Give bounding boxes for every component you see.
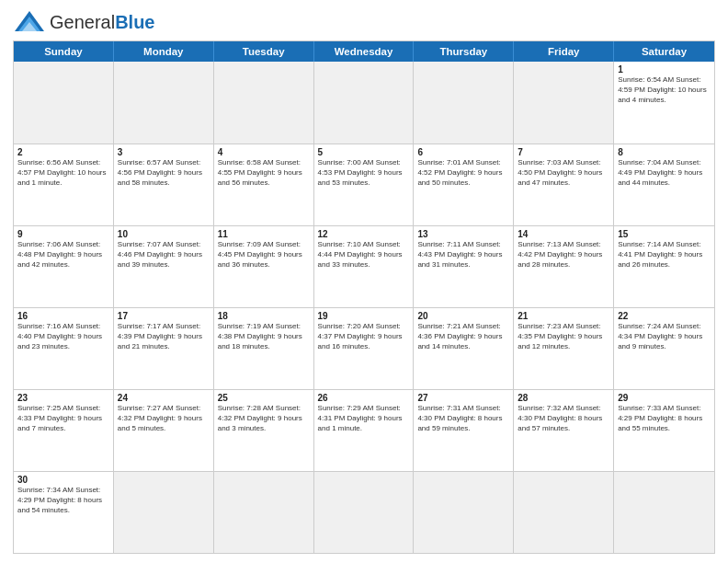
day-number: 23 [17, 393, 109, 403]
day-number: 1 [618, 64, 711, 75]
day-number: 11 [218, 229, 310, 239]
header: GeneralBlue [13, 9, 715, 35]
calendar-cell: 5Sunrise: 7:00 AM Sunset: 4:53 PM Daylig… [314, 144, 415, 225]
cell-info: Sunrise: 7:16 AM Sunset: 4:40 PM Dayligh… [17, 322, 109, 351]
cell-info: Sunrise: 7:21 AM Sunset: 4:36 PM Dayligh… [417, 322, 509, 351]
calendar-row: 30Sunrise: 7:34 AM Sunset: 4:29 PM Dayli… [14, 471, 714, 553]
cell-info: Sunrise: 7:01 AM Sunset: 4:52 PM Dayligh… [417, 158, 509, 188]
cell-info: Sunrise: 7:00 AM Sunset: 4:53 PM Dayligh… [318, 158, 410, 188]
calendar: SundayMondayTuesdayWednesdayThursdayFrid… [13, 40, 715, 554]
day-number: 9 [17, 229, 109, 239]
logo: GeneralBlue [13, 9, 155, 35]
day-number: 6 [417, 147, 509, 157]
calendar-cell: 20Sunrise: 7:21 AM Sunset: 4:36 PM Dayli… [414, 308, 514, 389]
calendar-cell: 27Sunrise: 7:31 AM Sunset: 4:30 PM Dayli… [414, 390, 514, 471]
day-number: 30 [17, 475, 109, 485]
day-number: 8 [618, 147, 711, 157]
cell-info: Sunrise: 6:54 AM Sunset: 4:59 PM Dayligh… [618, 75, 711, 105]
calendar-cell [214, 62, 314, 144]
calendar-row: 23Sunrise: 7:25 AM Sunset: 4:33 PM Dayli… [14, 389, 714, 471]
day-number: 12 [318, 229, 410, 239]
calendar-cell: 26Sunrise: 7:29 AM Sunset: 4:31 PM Dayli… [314, 390, 415, 471]
calendar-cell [514, 472, 614, 553]
cell-info: Sunrise: 7:27 AM Sunset: 4:32 PM Dayligh… [118, 404, 210, 433]
calendar-cell [514, 62, 614, 144]
calendar-cell: 9Sunrise: 7:06 AM Sunset: 4:48 PM Daylig… [14, 226, 114, 307]
calendar-cell: 21Sunrise: 7:23 AM Sunset: 4:35 PM Dayli… [514, 308, 614, 389]
cell-info: Sunrise: 7:07 AM Sunset: 4:46 PM Dayligh… [118, 240, 210, 270]
cell-info: Sunrise: 7:24 AM Sunset: 4:34 PM Dayligh… [618, 322, 711, 351]
cell-info: Sunrise: 7:23 AM Sunset: 4:35 PM Dayligh… [518, 322, 609, 351]
day-number: 26 [318, 393, 410, 403]
cell-info: Sunrise: 7:33 AM Sunset: 4:29 PM Dayligh… [618, 404, 711, 433]
calendar-cell: 18Sunrise: 7:19 AM Sunset: 4:38 PM Dayli… [214, 308, 314, 389]
calendar-cell [314, 62, 415, 144]
cell-info: Sunrise: 7:31 AM Sunset: 4:30 PM Dayligh… [417, 404, 509, 433]
calendar-cell: 7Sunrise: 7:03 AM Sunset: 4:50 PM Daylig… [514, 144, 614, 225]
cell-info: Sunrise: 7:32 AM Sunset: 4:30 PM Dayligh… [518, 404, 609, 433]
calendar-row: 16Sunrise: 7:16 AM Sunset: 4:40 PM Dayli… [14, 307, 714, 389]
calendar-row: 9Sunrise: 7:06 AM Sunset: 4:48 PM Daylig… [14, 225, 714, 307]
day-number: 21 [518, 311, 609, 321]
cell-info: Sunrise: 7:06 AM Sunset: 4:48 PM Dayligh… [17, 240, 109, 270]
calendar-body: 1Sunrise: 6:54 AM Sunset: 4:59 PM Daylig… [14, 62, 714, 553]
cell-info: Sunrise: 7:25 AM Sunset: 4:33 PM Dayligh… [17, 404, 109, 433]
calendar-cell: 28Sunrise: 7:32 AM Sunset: 4:30 PM Dayli… [514, 390, 614, 471]
day-number: 14 [518, 229, 609, 239]
calendar-cell [414, 472, 514, 553]
day-number: 7 [518, 147, 609, 157]
cell-info: Sunrise: 7:14 AM Sunset: 4:41 PM Dayligh… [618, 240, 711, 270]
day-number: 3 [118, 147, 210, 157]
calendar-cell: 15Sunrise: 7:14 AM Sunset: 4:41 PM Dayli… [614, 226, 714, 307]
cell-info: Sunrise: 7:17 AM Sunset: 4:39 PM Dayligh… [118, 322, 210, 351]
day-number: 19 [318, 311, 410, 321]
calendar-cell: 11Sunrise: 7:09 AM Sunset: 4:45 PM Dayli… [214, 226, 314, 307]
calendar-cell: 24Sunrise: 7:27 AM Sunset: 4:32 PM Dayli… [114, 390, 214, 471]
cell-info: Sunrise: 7:03 AM Sunset: 4:50 PM Dayligh… [518, 158, 609, 188]
cell-info: Sunrise: 6:57 AM Sunset: 4:56 PM Dayligh… [118, 158, 210, 188]
cell-info: Sunrise: 7:10 AM Sunset: 4:44 PM Dayligh… [318, 240, 410, 270]
calendar-cell [214, 472, 314, 553]
calendar-cell: 23Sunrise: 7:25 AM Sunset: 4:33 PM Dayli… [14, 390, 114, 471]
calendar-cell [14, 62, 114, 144]
page: GeneralBlue SundayMondayTuesdayWednesday… [0, 0, 728, 563]
day-number: 13 [417, 229, 509, 239]
calendar-cell: 16Sunrise: 7:16 AM Sunset: 4:40 PM Dayli… [14, 308, 114, 389]
header-cell-monday: Monday [114, 41, 214, 62]
calendar-cell: 12Sunrise: 7:10 AM Sunset: 4:44 PM Dayli… [314, 226, 415, 307]
calendar-cell: 1Sunrise: 6:54 AM Sunset: 4:59 PM Daylig… [614, 62, 714, 144]
calendar-cell: 25Sunrise: 7:28 AM Sunset: 4:32 PM Dayli… [214, 390, 314, 471]
cell-info: Sunrise: 7:09 AM Sunset: 4:45 PM Dayligh… [218, 240, 310, 270]
day-number: 18 [218, 311, 310, 321]
day-number: 2 [17, 147, 109, 157]
cell-info: Sunrise: 7:20 AM Sunset: 4:37 PM Dayligh… [318, 322, 410, 351]
calendar-cell: 4Sunrise: 6:58 AM Sunset: 4:55 PM Daylig… [214, 144, 314, 225]
calendar-header: SundayMondayTuesdayWednesdayThursdayFrid… [14, 41, 714, 62]
day-number: 15 [618, 229, 711, 239]
day-number: 17 [118, 311, 210, 321]
day-number: 10 [118, 229, 210, 239]
logo-text: GeneralBlue [50, 12, 155, 33]
calendar-cell: 22Sunrise: 7:24 AM Sunset: 4:34 PM Dayli… [614, 308, 714, 389]
calendar-cell: 19Sunrise: 7:20 AM Sunset: 4:37 PM Dayli… [314, 308, 415, 389]
calendar-cell: 6Sunrise: 7:01 AM Sunset: 4:52 PM Daylig… [414, 144, 514, 225]
calendar-cell: 3Sunrise: 6:57 AM Sunset: 4:56 PM Daylig… [114, 144, 214, 225]
calendar-cell [314, 472, 415, 553]
logo-icon [13, 9, 46, 35]
header-cell-sunday: Sunday [14, 41, 114, 62]
cell-info: Sunrise: 6:58 AM Sunset: 4:55 PM Dayligh… [218, 158, 310, 188]
cell-info: Sunrise: 7:19 AM Sunset: 4:38 PM Dayligh… [218, 322, 310, 351]
calendar-cell: 17Sunrise: 7:17 AM Sunset: 4:39 PM Dayli… [114, 308, 214, 389]
cell-info: Sunrise: 7:28 AM Sunset: 4:32 PM Dayligh… [218, 404, 310, 433]
day-number: 22 [618, 311, 711, 321]
calendar-cell: 10Sunrise: 7:07 AM Sunset: 4:46 PM Dayli… [114, 226, 214, 307]
day-number: 4 [218, 147, 310, 157]
calendar-cell [114, 62, 214, 144]
header-cell-tuesday: Tuesday [214, 41, 314, 62]
header-cell-wednesday: Wednesday [314, 41, 415, 62]
cell-info: Sunrise: 7:13 AM Sunset: 4:42 PM Dayligh… [518, 240, 609, 270]
day-number: 25 [218, 393, 310, 403]
calendar-row: 1Sunrise: 6:54 AM Sunset: 4:59 PM Daylig… [14, 62, 714, 144]
cell-info: Sunrise: 7:34 AM Sunset: 4:29 PM Dayligh… [17, 486, 109, 515]
day-number: 20 [417, 311, 509, 321]
